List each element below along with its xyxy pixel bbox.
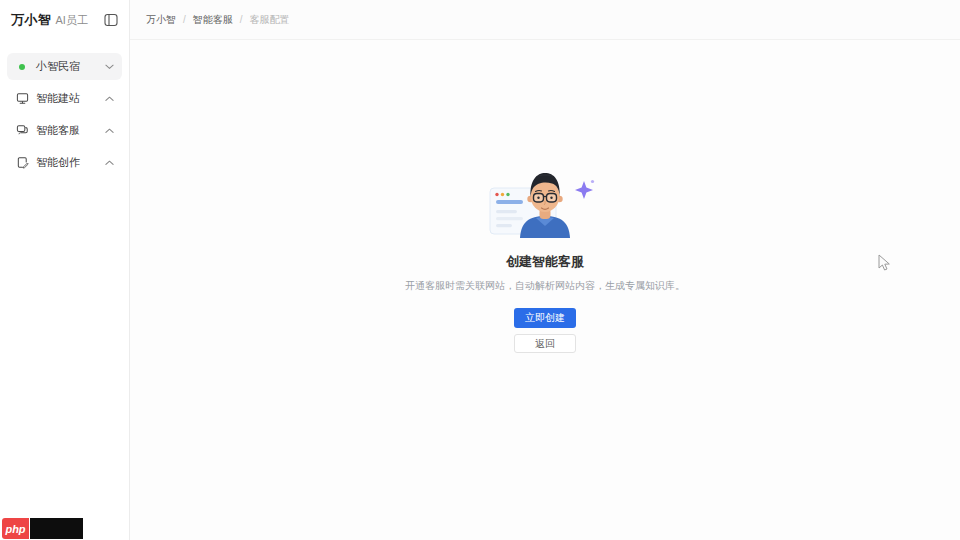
app-window: 万小智 AI员工 小智民宿 xyxy=(0,0,960,540)
sidebar-item-zhineng-jianzhan[interactable]: 智能建站 xyxy=(7,85,122,112)
compose-icon xyxy=(15,156,29,170)
status-dot-icon xyxy=(19,64,25,70)
sidebar-item-label: 小智民宿 xyxy=(36,59,80,74)
empty-state-title: 创建智能客服 xyxy=(335,253,755,271)
sidebar-item-label: 智能客服 xyxy=(36,123,80,138)
main-header: 万小智 / 智能客服 / 客服配置 xyxy=(130,0,960,40)
chevron-down-icon xyxy=(105,64,114,70)
watermark-black-box xyxy=(30,518,83,539)
breadcrumb-item-kefu[interactable]: 智能客服 xyxy=(193,13,233,27)
sidebar: 万小智 AI员工 小智民宿 xyxy=(0,0,130,540)
panel-collapse-icon xyxy=(104,13,118,27)
sidebar-nav: 小智民宿 智能建站 xyxy=(0,48,129,181)
sidebar-item-xiaozhi-minsu[interactable]: 小智民宿 xyxy=(7,53,122,80)
back-button[interactable]: 返回 xyxy=(514,334,576,353)
app-logo-brand: 万小智 xyxy=(11,11,52,29)
monitor-icon xyxy=(15,92,29,106)
mouse-cursor xyxy=(878,254,891,272)
chevron-up-icon xyxy=(105,96,114,102)
chevron-up-icon xyxy=(105,128,114,134)
content-area: 创建智能客服 开通客服时需关联网站，自动解析网站内容，生成专属知识库。 立即创建… xyxy=(130,40,960,540)
sidebar-collapse-button[interactable] xyxy=(103,13,118,28)
empty-state-description: 开通客服时需关联网站，自动解析网站内容，生成专属知识库。 xyxy=(335,279,755,293)
php-watermark: php xyxy=(2,518,83,539)
chat-icon xyxy=(15,124,29,138)
breadcrumb-separator: / xyxy=(240,14,243,25)
customer-service-illustration xyxy=(484,168,606,238)
sidebar-item-zhineng-chuangzuo[interactable]: 智能创作 xyxy=(7,149,122,176)
breadcrumb-separator: / xyxy=(183,14,186,25)
php-logo: php xyxy=(2,518,29,539)
main-panel: 万小智 / 智能客服 / 客服配置 xyxy=(130,0,960,540)
sidebar-header: 万小智 AI员工 xyxy=(0,0,129,40)
sidebar-item-label: 智能建站 xyxy=(36,91,80,106)
chevron-up-icon xyxy=(105,160,114,166)
app-logo-suffix: AI员工 xyxy=(56,13,88,28)
sidebar-item-zhineng-kefu[interactable]: 智能客服 xyxy=(7,117,122,144)
empty-state: 创建智能客服 开通客服时需关联网站，自动解析网站内容，生成专属知识库。 立即创建… xyxy=(335,168,755,353)
breadcrumb: 万小智 / 智能客服 / 客服配置 xyxy=(146,13,290,27)
breadcrumb-item-home[interactable]: 万小智 xyxy=(146,13,176,27)
breadcrumb-item-current: 客服配置 xyxy=(250,13,290,27)
sidebar-item-label: 智能创作 xyxy=(36,155,80,170)
create-now-button[interactable]: 立即创建 xyxy=(514,308,576,328)
